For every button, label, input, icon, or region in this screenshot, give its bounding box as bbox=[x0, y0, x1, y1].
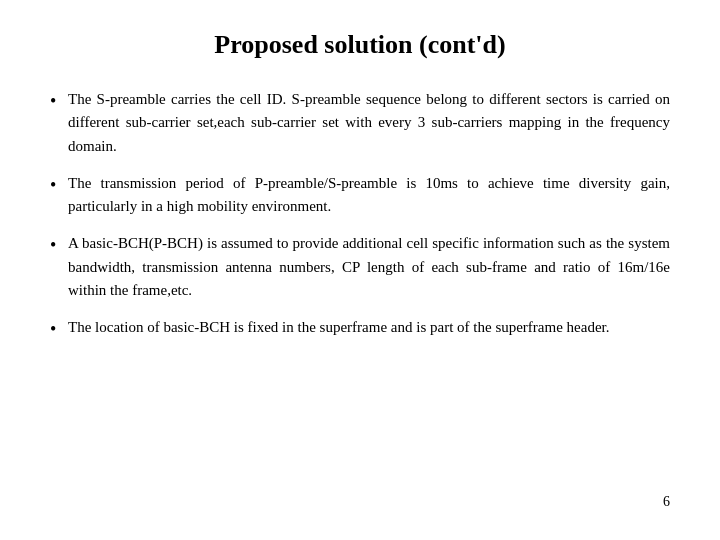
bullet-list: •The S-preamble carries the cell ID. S-p… bbox=[50, 88, 670, 356]
slide-title: Proposed solution (cont'd) bbox=[50, 30, 670, 60]
bullet-dot-2: • bbox=[50, 172, 68, 198]
bullet-item-1: •The S-preamble carries the cell ID. S-p… bbox=[50, 88, 670, 158]
bullet-text-2: The transmission period of P-preamble/S-… bbox=[68, 172, 670, 219]
bullet-dot-3: • bbox=[50, 232, 68, 258]
bullet-item-3: •A basic-BCH(P-BCH) is assumed to provid… bbox=[50, 232, 670, 302]
slide-content: •The S-preamble carries the cell ID. S-p… bbox=[50, 88, 670, 486]
slide: Proposed solution (cont'd) •The S-preamb… bbox=[0, 0, 720, 540]
bullet-dot-1: • bbox=[50, 88, 68, 114]
bullet-text-3: A basic-BCH(P-BCH) is assumed to provide… bbox=[68, 232, 670, 302]
slide-number: 6 bbox=[50, 486, 670, 510]
bullet-dot-4: • bbox=[50, 316, 68, 342]
bullet-text-1: The S-preamble carries the cell ID. S-pr… bbox=[68, 88, 670, 158]
bullet-item-2: •The transmission period of P-preamble/S… bbox=[50, 172, 670, 219]
bullet-item-4: •The location of basic-BCH is fixed in t… bbox=[50, 316, 670, 342]
bullet-text-4: The location of basic-BCH is fixed in th… bbox=[68, 316, 670, 339]
